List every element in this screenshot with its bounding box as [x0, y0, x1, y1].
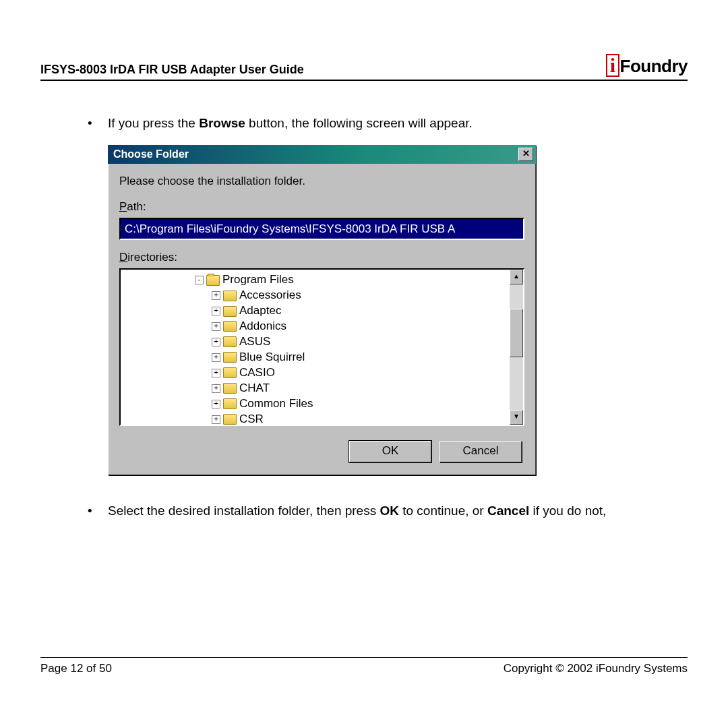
dialog-titlebar[interactable]: Choose Folder ✕ [108, 145, 536, 164]
directory-tree[interactable]: - Program Files +Accessories +Adaptec +A… [121, 270, 510, 425]
dialog-buttons: OK Cancel [119, 441, 524, 462]
expand-icon[interactable]: + [212, 291, 220, 300]
ok-button[interactable]: OK [349, 441, 431, 462]
choose-folder-dialog: Choose Folder ✕ Please choose the instal… [108, 145, 536, 476]
tree-item[interactable]: +Accessories [121, 288, 510, 303]
expand-icon[interactable]: + [212, 338, 220, 346]
bullet-icon: • [88, 115, 108, 133]
bullet-icon: • [88, 502, 108, 520]
tree-root[interactable]: - Program Files [121, 272, 510, 288]
expand-icon[interactable]: + [212, 415, 220, 424]
path-input[interactable]: C:\Program Files\iFoundry Systems\IFSYS-… [119, 218, 524, 241]
folder-icon [223, 383, 237, 394]
tree-item[interactable]: +ASUS [121, 334, 510, 350]
folder-icon [223, 306, 237, 317]
dialog-title: Choose Folder [113, 147, 189, 162]
directories-label: Directories: [119, 249, 524, 266]
expand-icon[interactable]: + [212, 307, 220, 315]
expand-icon[interactable]: + [212, 322, 220, 331]
folder-open-icon [206, 275, 220, 286]
bullet-1: • If you press the Browse button, the fo… [88, 115, 688, 133]
tree-item[interactable]: +CSR [121, 412, 510, 425]
logo-text: Foundry [620, 56, 688, 76]
tree-item[interactable]: +Common Files [121, 396, 510, 412]
scroll-thumb[interactable] [510, 309, 523, 357]
scroll-track[interactable] [510, 284, 523, 410]
folder-icon [223, 321, 237, 332]
folder-icon [223, 398, 237, 409]
folder-icon [223, 414, 237, 425]
copyright: Copyright © 2002 iFoundry Systems [504, 662, 688, 675]
logo-i: i [606, 54, 619, 77]
collapse-icon[interactable]: - [195, 276, 204, 284]
folder-icon [223, 336, 237, 347]
dialog-instruction: Please choose the installation folder. [119, 173, 524, 189]
content: • If you press the Browse button, the fo… [40, 115, 688, 520]
path-label: Path: [119, 199, 524, 215]
logo: iFoundry [606, 54, 688, 77]
guide-title: IFSYS-8003 IrDA FIR USB Adapter User Gui… [40, 63, 304, 77]
tree-item[interactable]: +Blue Squirrel [121, 350, 510, 365]
scroll-down-icon[interactable]: ▼ [510, 410, 523, 425]
scroll-up-icon[interactable]: ▲ [510, 270, 523, 284]
tree-item[interactable]: +CHAT [121, 381, 510, 396]
dialog-body: Please choose the installation folder. P… [108, 164, 536, 475]
folder-icon [223, 291, 237, 301]
cancel-button[interactable]: Cancel [439, 441, 522, 462]
scrollbar[interactable]: ▲ ▼ [510, 270, 523, 425]
bullet-2: • Select the desired installation folder… [88, 502, 688, 520]
page-number: Page 12 of 50 [40, 662, 112, 675]
expand-icon[interactable]: + [212, 400, 220, 408]
folder-icon [223, 352, 237, 363]
expand-icon[interactable]: + [212, 353, 220, 362]
tree-item[interactable]: +Addonics [121, 319, 510, 334]
directory-tree-container: - Program Files +Accessories +Adaptec +A… [119, 268, 524, 426]
folder-icon [223, 367, 237, 378]
expand-icon[interactable]: + [212, 384, 220, 393]
tree-item[interactable]: +CASIO [121, 365, 510, 381]
tree-item[interactable]: +Adaptec [121, 303, 510, 319]
expand-icon[interactable]: + [212, 369, 220, 377]
page-header: IFSYS-8003 IrDA FIR USB Adapter User Gui… [40, 54, 688, 81]
page-footer: Page 12 of 50 Copyright © 2002 iFoundry … [40, 657, 688, 675]
close-icon[interactable]: ✕ [518, 148, 533, 161]
